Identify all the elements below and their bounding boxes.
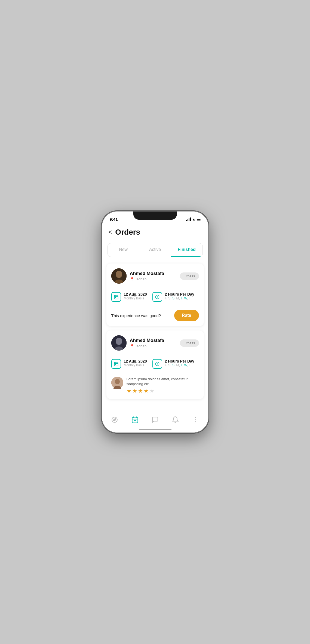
back-button[interactable]: < (109, 229, 112, 236)
phone-frame: 9:41 ▲ ▬ < Orders Ne (102, 211, 208, 433)
notch (133, 211, 177, 220)
battery-icon: ▬ (197, 217, 201, 221)
orders-list: Ahmed Mostafa 📍 Jeddah Fitness (102, 261, 208, 401)
stars-row: ★ ★ ★ ★ ★ (127, 388, 199, 394)
date-detail-1: 12 Aug. 2020 Monthly Basis (111, 292, 147, 302)
svg-rect-27 (134, 420, 135, 421)
tab-finished[interactable]: Finished (171, 243, 202, 257)
day-highlight-t2: T (181, 363, 182, 367)
trainer-name-2: Ahmed Mostafa (130, 338, 164, 343)
svg-point-29 (195, 417, 196, 418)
nav-chat[interactable] (148, 414, 162, 425)
duration-text-2: 2 Hours Per Day F, S, S, M, T, W, T (165, 359, 194, 367)
status-time: 9:41 (110, 217, 118, 222)
svg-rect-28 (135, 420, 136, 421)
nav-explore[interactable] (108, 414, 121, 425)
star-2: ★ (132, 388, 137, 394)
review-text: Lorem ipsum dolor sit amet, consetetur s… (127, 377, 199, 387)
clock-icon-1 (152, 292, 162, 302)
date-text-2: 12 Aug. 2020 Monthly Basis (124, 359, 147, 367)
svg-marker-22 (113, 418, 116, 421)
trainer-details-2: Ahmed Mostafa 📍 Jeddah (130, 338, 164, 348)
header: < Orders (102, 223, 208, 239)
svg-point-19 (115, 379, 120, 384)
compass-icon (111, 416, 118, 423)
tab-active[interactable]: Active (139, 243, 171, 257)
star-1: ★ (127, 388, 131, 394)
review-avatar (111, 377, 123, 389)
duration-text-1: 2 Hours Per Day F, S, S, M, T, W, T (165, 292, 194, 300)
days-row-2: F, S, S, M, T, W, T (165, 363, 194, 367)
svg-rect-16 (115, 364, 116, 365)
card-details-1: 12 Aug. 2020 Monthly Basis 2 (111, 288, 199, 306)
order-card-1: Ahmed Mostafa 📍 Jeddah Fitness (106, 263, 204, 326)
date-detail-2: 12 Aug. 2020 Monthly Basis (111, 359, 147, 369)
rate-button-1[interactable]: Rate (174, 310, 199, 321)
calendar-icon-1 (111, 292, 121, 302)
avatar-2 (111, 335, 127, 351)
location-pin-icon-2: 📍 (130, 344, 134, 348)
page-title: Orders (115, 228, 140, 237)
trainer-info-1: Ahmed Mostafa 📍 Jeddah (111, 268, 164, 284)
screen-content: < Orders New Active Finished (102, 223, 208, 433)
tab-new[interactable]: New (108, 243, 139, 257)
svg-point-31 (195, 421, 196, 422)
duration-detail-1: 2 Hours Per Day F, S, S, M, T, W, T (152, 292, 194, 302)
star-4: ★ (144, 388, 149, 394)
day-highlight-s: S (172, 296, 174, 300)
rate-prompt-1: This experience was good? (111, 313, 161, 318)
review-row: Lorem ipsum dolor sit amet, consetetur s… (111, 377, 199, 394)
bell-icon (172, 416, 179, 423)
trainer-details-1: Ahmed Mostafa 📍 Jeddah (130, 271, 164, 281)
days-row-1: F, S, S, M, T, W, T (165, 296, 194, 300)
calendar-icon-2 (111, 359, 121, 369)
trainer-location-1: 📍 Jeddah (130, 277, 164, 281)
rate-row-1: This experience was good? Rate (111, 310, 199, 321)
category-badge-1: Fitness (180, 272, 199, 280)
nav-more[interactable] (189, 414, 202, 425)
wifi-icon: ▲ (192, 217, 196, 221)
svg-rect-23 (132, 417, 138, 423)
phone-screen: 9:41 ▲ ▬ < Orders Ne (102, 211, 208, 433)
tabs-container: New Active Finished (108, 243, 203, 257)
svg-point-30 (195, 419, 196, 420)
trainer-info-2: Ahmed Mostafa 📍 Jeddah (111, 335, 164, 351)
nav-calendar[interactable] (128, 414, 142, 426)
date-text-1: 12 Aug. 2020 Monthly Basis (124, 292, 147, 300)
home-indicator (139, 429, 171, 430)
card-top-2: Ahmed Mostafa 📍 Jeddah Fitness (111, 335, 199, 351)
svg-rect-12 (114, 362, 118, 366)
location-pin-icon: 📍 (130, 277, 134, 281)
star-3: ★ (138, 388, 143, 394)
more-icon (192, 416, 199, 423)
nav-notifications[interactable] (168, 414, 182, 425)
day-highlight-s2: S (172, 363, 174, 367)
svg-point-10 (116, 338, 122, 345)
card-top-1: Ahmed Mostafa 📍 Jeddah Fitness (111, 268, 199, 284)
avatar-1 (111, 268, 127, 284)
clock-icon-2 (152, 359, 162, 369)
category-badge-2: Fitness (180, 339, 199, 347)
card-details-2: 12 Aug. 2020 Monthly Basis 2 (111, 355, 199, 373)
star-5: ★ (149, 388, 154, 394)
status-icons: ▲ ▬ (186, 217, 200, 221)
svg-point-1 (116, 271, 122, 278)
review-content: Lorem ipsum dolor sit amet, consetetur s… (127, 377, 199, 394)
order-card-2: Ahmed Mostafa 📍 Jeddah Fitness (106, 330, 204, 399)
trainer-name-1: Ahmed Mostafa (130, 271, 164, 276)
calendar-nav-icon (131, 416, 139, 424)
day-highlight-w: W (184, 296, 187, 300)
svg-rect-3 (114, 295, 118, 299)
signal-icon (186, 217, 191, 221)
day-highlight-t: T (181, 296, 182, 300)
duration-detail-2: 2 Hours Per Day F, S, S, M, T, W, T (152, 359, 194, 369)
day-highlight-w2: W (184, 363, 187, 367)
svg-rect-7 (115, 298, 116, 298)
trainer-location-2: 📍 Jeddah (130, 344, 164, 348)
chat-icon (152, 416, 159, 423)
